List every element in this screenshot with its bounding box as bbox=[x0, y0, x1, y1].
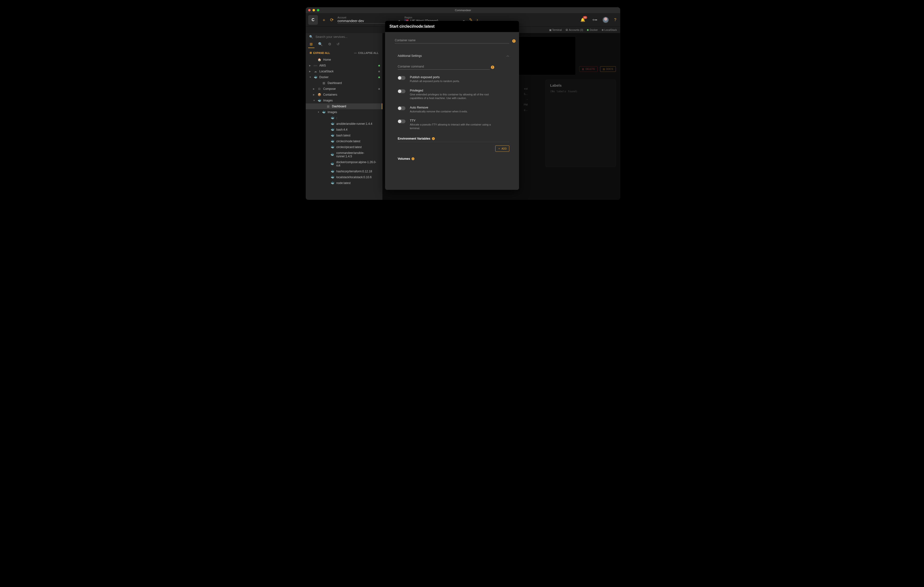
sidebar-item-images-list[interactable]: ▼🐳Images bbox=[306, 109, 383, 115]
toggle-switch[interactable] bbox=[398, 106, 406, 110]
docker-icon: 🐳 bbox=[314, 76, 317, 79]
search-row: 🔍 bbox=[306, 33, 383, 41]
window-title: Commandeer bbox=[306, 9, 620, 12]
image-name: node:latest bbox=[336, 181, 351, 185]
toggle-switch[interactable] bbox=[398, 89, 406, 93]
avatar[interactable] bbox=[602, 17, 609, 23]
search-input[interactable] bbox=[315, 35, 379, 39]
dashboard-icon: ▦ bbox=[322, 81, 326, 85]
add-env-var-button[interactable]: ＋ADD bbox=[495, 146, 509, 152]
toggle-description: Give extended privileges to this contain… bbox=[410, 93, 495, 100]
dashboard-icon: ▦ bbox=[326, 105, 330, 108]
toggle-row: TTYAllocate a pseudo-TTY allowing to int… bbox=[398, 116, 509, 133]
images-icon: 🐳 bbox=[317, 99, 321, 102]
app-logo[interactable]: C bbox=[308, 15, 318, 25]
sidebar-item-containers[interactable]: ▶📦Containers bbox=[306, 92, 383, 98]
account-value: commandeer-dev bbox=[338, 19, 364, 23]
toggle-switch[interactable] bbox=[398, 76, 406, 80]
images-icon: 🐳 bbox=[322, 111, 326, 114]
tree-icon[interactable]: ⊞ bbox=[310, 42, 313, 46]
toggle-row: Auto RemoveAutomatically remove the cont… bbox=[398, 103, 509, 116]
additional-settings-toggle[interactable]: Additional Settings ︿ bbox=[398, 49, 509, 59]
sidebar-item-home[interactable]: 🏠Home bbox=[306, 57, 383, 63]
sidebar-item-images[interactable]: ▼🐳Images bbox=[306, 98, 383, 103]
docker-icon: 🐳 bbox=[330, 128, 334, 131]
help-button[interactable]: ? bbox=[613, 18, 618, 22]
docker-status[interactable]: Docker bbox=[587, 28, 597, 31]
region-label: Region bbox=[404, 16, 465, 19]
search-tool-icon[interactable]: 🔍 bbox=[318, 42, 323, 46]
sidebar-item-aws[interactable]: ▶awsAWS bbox=[306, 63, 383, 68]
warning-icon: ! bbox=[491, 66, 494, 69]
warning-icon: ! bbox=[512, 39, 516, 43]
warning-icon: ! bbox=[432, 137, 435, 140]
sidebar-image-item[interactable]: 🐳bash:4.4 bbox=[306, 127, 383, 132]
gear-icon[interactable]: ⚙ bbox=[328, 42, 331, 46]
compose-icon: ⊟ bbox=[317, 87, 321, 91]
toggle-row: Publish exposed portsPublish all exposed… bbox=[398, 73, 509, 86]
sidebar-tool-row: ⊞ 🔍 ⚙ ↺ bbox=[306, 41, 383, 48]
containers-icon: 📦 bbox=[317, 93, 321, 96]
sidebar-image-item[interactable]: 🐳hashicorp/terraform:0.12.18 bbox=[306, 169, 383, 174]
docker-icon: 🐳 bbox=[330, 122, 334, 126]
sidebar-image-item[interactable]: 🐳circleci/node:latest bbox=[306, 138, 383, 144]
image-name: commandeer/ansible-runner:1.4.5 bbox=[336, 151, 380, 158]
docker-icon: 🐳 bbox=[330, 146, 334, 149]
localstack-status[interactable]: LocalStack bbox=[602, 28, 617, 31]
docker-icon: 🐳 bbox=[330, 175, 334, 179]
terminal-link[interactable]: ▣ Terminal bbox=[549, 28, 562, 31]
image-name: localstack/localstack:0.10.6 bbox=[336, 175, 371, 179]
sidebar-image-item[interactable]: 🐳: bbox=[306, 115, 383, 121]
sidebar: 🔍 ⊞ 🔍 ⚙ ↺ ⊞EXPAND ALL —COLLAPSE ALL 🏠Hom… bbox=[306, 33, 383, 200]
volumes-heading: Volumes ! bbox=[398, 157, 509, 160]
docker-icon: 🐳 bbox=[330, 140, 334, 143]
image-name: circleci/node:latest bbox=[336, 140, 360, 143]
sidebar-item-localstack[interactable]: ▶☁LocalStack bbox=[306, 68, 383, 74]
modal-title: Start circleci/node:latest bbox=[389, 24, 515, 29]
invite-button[interactable]: +▪▪ bbox=[591, 18, 599, 22]
account-label: Account bbox=[338, 16, 401, 19]
image-name: circleci/picard:latest bbox=[336, 146, 362, 149]
collapse-all-button[interactable]: —COLLAPSE ALL bbox=[354, 51, 378, 55]
toggle-description: Allocate a pseudo-TTY allowing to intera… bbox=[410, 123, 495, 130]
add-button[interactable]: ＋ bbox=[322, 17, 326, 23]
warning-icon: ! bbox=[411, 157, 414, 160]
docker-icon: 🐳 bbox=[330, 170, 334, 173]
container-command-field[interactable]: Container command ! bbox=[398, 64, 490, 69]
sidebar-image-item[interactable]: 🐳localstack/localstack:0.10.6 bbox=[306, 174, 383, 180]
start-container-modal: Start circleci/node:latest Container nam… bbox=[385, 21, 519, 190]
sidebar-image-item[interactable]: 🐳circleci/picard:latest bbox=[306, 144, 383, 150]
docker-icon: 🐳 bbox=[330, 181, 334, 185]
refresh-button[interactable]: ⟳ bbox=[330, 17, 333, 23]
modal-header: Start circleci/node:latest bbox=[385, 21, 519, 32]
image-name: bash:latest bbox=[336, 134, 350, 137]
docker-icon: 🐳 bbox=[330, 116, 334, 120]
sidebar-item-compose[interactable]: ▶⊟Compose bbox=[306, 86, 383, 92]
toggle-description: Publish all exposed ports to random port… bbox=[410, 79, 460, 83]
toggle-title: Publish exposed ports bbox=[410, 76, 460, 79]
sidebar-item-docker-dashboard[interactable]: ▦Dashboard bbox=[306, 80, 383, 86]
toggle-title: Privileged bbox=[410, 89, 495, 92]
history-icon[interactable]: ↺ bbox=[337, 42, 340, 46]
aws-icon: aws bbox=[314, 64, 317, 67]
home-icon: 🏠 bbox=[317, 58, 321, 61]
notif-badge: 50 bbox=[583, 16, 587, 19]
sidebar-image-item[interactable]: 🐳node:latest bbox=[306, 180, 383, 186]
expand-all-button[interactable]: ⊞EXPAND ALL bbox=[310, 51, 330, 55]
container-name-field[interactable]: Container name ! bbox=[395, 38, 509, 43]
image-name: hashicorp/terraform:0.12.18 bbox=[336, 170, 372, 173]
cloud-icon: ☁ bbox=[314, 69, 317, 73]
sidebar-item-images-dashboard[interactable]: ▦Dashboard bbox=[306, 103, 383, 109]
sidebar-image-item[interactable]: 🐳bash:latest bbox=[306, 132, 383, 138]
toggle-switch[interactable] bbox=[398, 119, 406, 123]
sidebar-image-item[interactable]: 🐳docker/compose:alpine-1.26.0-rc4 bbox=[306, 159, 383, 169]
toggle-row: PrivilegedGive extended privileges to th… bbox=[398, 86, 509, 103]
sidebar-item-docker[interactable]: ▼🐳Docker bbox=[306, 74, 383, 80]
accounts-link[interactable]: 🏛 Accounts (3) bbox=[566, 28, 583, 31]
image-name: ansible/ansible-runner:1.4.4 bbox=[336, 122, 372, 126]
sidebar-image-item[interactable]: 🐳ansible/ansible-runner:1.4.4 bbox=[306, 121, 383, 127]
notifications-button[interactable]: 🔔50 bbox=[579, 18, 587, 22]
sidebar-image-item[interactable]: 🐳commandeer/ansible-runner:1.4.5 bbox=[306, 150, 383, 159]
service-tree: 🏠Home ▶awsAWS ▶☁LocalStack ▼🐳Docker ▦Das… bbox=[306, 57, 383, 200]
titlebar: Commandeer bbox=[306, 7, 620, 13]
